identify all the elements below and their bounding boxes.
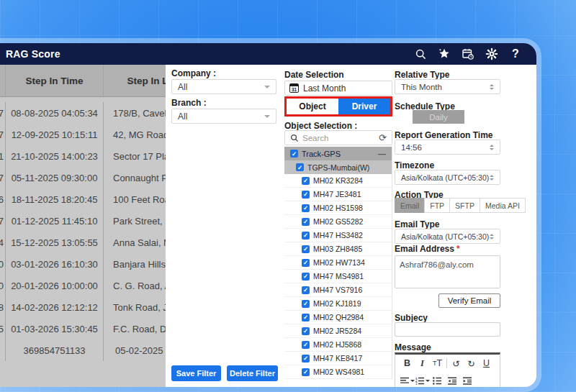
checkbox-checked-icon[interactable]: ✓ [302, 368, 310, 376]
verify-email-button[interactable]: Verify Email [438, 293, 500, 308]
tree-item[interactable]: ✓ MH02 QH2984 — [284, 311, 392, 324]
checkbox-checked-icon[interactable]: ✓ [302, 259, 310, 267]
redo-icon[interactable]: ↻ [464, 358, 479, 369]
checkbox-checked-icon[interactable]: ✓ [302, 286, 310, 294]
relative-type-label: Relative Type [395, 70, 449, 80]
report-generation-time-label: Report Generation Time [395, 130, 492, 140]
checkbox-checked-icon[interactable]: ✓ [302, 177, 310, 185]
tree-item[interactable]: ✓ MH02 WS4981 — [284, 365, 392, 379]
schedule-daily-button[interactable]: Daily [413, 110, 464, 124]
stepper-arrows-icon [490, 145, 494, 150]
timezone-select[interactable]: Asia/Kolkata (UTC+05:30) [395, 170, 500, 185]
email-address-label: Email Address* [395, 244, 460, 254]
tree-item[interactable]: ✓ MH47 HS3482 — [284, 229, 392, 242]
date-selection-label: Date Selection [284, 70, 344, 80]
settings-gear-icon[interactable] [485, 47, 498, 60]
checkbox-checked-icon[interactable]: ✓ [302, 191, 310, 199]
checkbox-checked-icon[interactable]: ✓ [302, 300, 310, 308]
tree-item[interactable]: ✓ MH02 HW7134 — [284, 256, 392, 270]
tree-item[interactable]: ✓ MH02 KJ1819 — [284, 297, 392, 311]
ordered-list-icon[interactable]: 123 [415, 377, 430, 385]
action-type-option[interactable]: FTP [424, 198, 450, 213]
checkbox-checked-icon[interactable]: ✓ [302, 355, 310, 363]
object-selection-label: Object Selection : [284, 121, 357, 131]
outdent-icon[interactable] [445, 377, 460, 385]
subject-input[interactable] [395, 322, 500, 337]
tab-object[interactable]: Object [287, 99, 338, 114]
step-in-time-cell: 21-10-2025 14:00:23 [6, 145, 104, 167]
refresh-icon[interactable]: ⟳ [379, 133, 387, 142]
tree-item[interactable]: ✓ MH03 ZH8485 — [284, 242, 392, 256]
font-size-icon[interactable]: TT [430, 358, 445, 368]
collapse-minus-icon[interactable]: — [378, 150, 386, 158]
indent-icon[interactable] [460, 377, 475, 385]
checkbox-checked-icon[interactable]: ✓ [302, 245, 310, 253]
tree-item[interactable]: ✓ MH02 KR3284 — [284, 174, 392, 188]
save-filter-button[interactable]: Save Filter [171, 365, 221, 381]
help-icon[interactable]: ? [509, 47, 522, 60]
tree-item[interactable]: ✓ MH47 JE3481 — [284, 188, 392, 201]
app-window: RAG Score ? Step In Time Step In Locatio… [0, 43, 536, 387]
branch-select[interactable]: All [171, 109, 276, 124]
stepper-arrows-icon [490, 84, 494, 90]
tree-item[interactable]: ✓ MH47 VS7916 — [284, 283, 392, 297]
underline-icon[interactable]: U [479, 358, 494, 368]
tree-item[interactable]: ✓ MH02 JR5284 — [284, 324, 392, 338]
checkbox-checked-icon[interactable]: ✓ [302, 341, 310, 349]
tree-item-label: MH47 JE3481 [313, 190, 361, 199]
tree-item[interactable]: ✓ TGPS-Mumbai(W) — [284, 160, 392, 174]
relative-type-select[interactable]: This Month [395, 79, 500, 94]
checkbox-checked-icon[interactable]: ✓ [302, 327, 310, 335]
undo-icon[interactable]: ↺ [449, 358, 464, 369]
filter-panel: Company : All Branch : All Save Filter D… [166, 65, 536, 387]
tree-item[interactable]: ✓ Track-GPS — [284, 147, 392, 160]
date-selection-input[interactable]: 31 Last Month [284, 81, 392, 96]
align-left-icon[interactable] [400, 377, 415, 385]
email-type-select[interactable]: Asia/Kolkata (UTC+05:30) [395, 229, 500, 244]
tree-item[interactable]: ✓ MH02 HJ5868 — [284, 338, 392, 352]
step-in-time-cell: 05-11-2025 09:30:00 [6, 167, 104, 188]
required-asterisk: * [456, 244, 460, 254]
step-in-time-cell: 01-12-2025 11:45:10 [6, 210, 104, 232]
object-driver-toggle: Object Driver [284, 96, 392, 117]
company-select[interactable]: All [171, 79, 276, 94]
tree-item-label: MH47 VS7916 [313, 286, 362, 294]
favorites-star-icon[interactable] [438, 47, 451, 60]
checkbox-checked-icon[interactable]: ✓ [302, 314, 310, 322]
scheduled-reports-icon[interactable] [462, 47, 474, 60]
object-search-input[interactable]: Search ⟳ [284, 130, 392, 145]
message-label: Message [395, 342, 431, 352]
email-address-textarea[interactable]: Ashraf786@aly.com [395, 255, 500, 288]
delete-filter-button[interactable]: Delete Filter [227, 365, 278, 381]
tree-item-label: MH02 WS4981 [313, 368, 364, 376]
row-id-cell: 6 [0, 188, 6, 210]
search-icon [290, 134, 299, 142]
checkbox-checked-icon[interactable]: ✓ [302, 273, 310, 281]
report-time-select[interactable]: 14:56 [395, 140, 500, 155]
checkbox-checked-icon[interactable]: ✓ [302, 218, 310, 226]
column-header-step-in-time: Step In Time [6, 65, 104, 96]
checkbox-checked-icon[interactable]: ✓ [302, 204, 310, 212]
tab-driver[interactable]: Driver [338, 99, 390, 114]
action-type-segmented-control: Email FTP SFTP Media API [395, 198, 526, 213]
action-type-option[interactable]: Email [395, 198, 425, 213]
search-icon[interactable] [414, 47, 427, 60]
checkbox-checked-icon[interactable]: ✓ [296, 163, 304, 171]
tree-item-label: MH02 QH2984 [313, 313, 364, 322]
calendar-31-icon: 31 [289, 83, 299, 93]
bold-icon[interactable]: B [400, 358, 415, 368]
step-in-time-cell: 12-09-2025 10:15:11 [6, 124, 104, 145]
action-type-option[interactable]: Media API [480, 198, 526, 213]
action-type-option[interactable]: SFTP [449, 198, 480, 213]
tree-item[interactable]: ✓ MH02 HS1598 — [284, 201, 392, 215]
checkbox-checked-icon[interactable]: ✓ [302, 232, 310, 240]
bullet-list-icon[interactable] [430, 377, 445, 385]
italic-icon[interactable]: I [415, 358, 430, 369]
tree-item-label: MH03 ZH8485 [313, 245, 362, 253]
tree-item[interactable]: ✓ MH47 MS4981 — [284, 270, 392, 283]
checkbox-checked-icon[interactable]: ✓ [290, 150, 298, 158]
tree-item-label: TGPS-Mumbai(W) [307, 163, 369, 172]
tree-item-label: MH47 HS3482 [313, 231, 363, 240]
tree-item[interactable]: ✓ MH47 KE8417 — [284, 352, 392, 365]
tree-item[interactable]: ✓ MH02 GS5282 — [284, 215, 392, 229]
